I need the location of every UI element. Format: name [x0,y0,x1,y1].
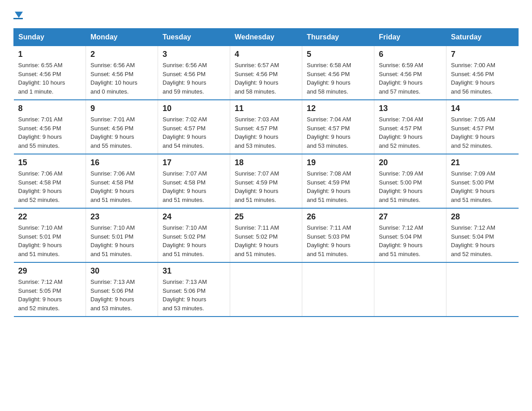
week-row-4: 22 Sunrise: 7:10 AMSunset: 5:01 PMDaylig… [14,208,519,262]
day-number: 9 [90,104,153,113]
day-info: Sunrise: 7:10 AMSunset: 5:01 PMDaylight:… [90,223,153,258]
day-number: 26 [307,212,369,222]
calendar-cell: 4 Sunrise: 6:57 AMSunset: 4:56 PMDayligh… [230,46,302,100]
calendar-cell: 12 Sunrise: 7:04 AMSunset: 4:57 PMDaylig… [302,100,374,154]
day-info: Sunrise: 7:09 AMSunset: 5:00 PMDaylight:… [379,169,442,204]
calendar-cell: 18 Sunrise: 7:07 AMSunset: 4:59 PMDaylig… [230,154,302,208]
calendar-cell [446,262,519,317]
day-info: Sunrise: 7:02 AMSunset: 4:57 PMDaylight:… [163,115,225,150]
day-number: 16 [90,158,153,167]
calendar-cell: 14 Sunrise: 7:05 AMSunset: 4:57 PMDaylig… [446,100,519,154]
day-number: 30 [90,266,153,276]
day-number: 24 [163,212,225,222]
week-row-1: 1 Sunrise: 6:55 AMSunset: 4:56 PMDayligh… [14,46,519,100]
calendar-cell: 6 Sunrise: 6:59 AMSunset: 4:56 PMDayligh… [374,46,446,100]
column-header-sunday: Sunday [14,29,86,46]
calendar-cell: 15 Sunrise: 7:06 AMSunset: 4:58 PMDaylig… [14,154,86,208]
day-info: Sunrise: 7:08 AMSunset: 4:59 PMDaylight:… [307,169,369,204]
day-info: Sunrise: 6:59 AMSunset: 4:56 PMDaylight:… [379,61,442,96]
day-info: Sunrise: 7:01 AMSunset: 4:56 PMDaylight:… [90,115,153,150]
calendar-cell: 11 Sunrise: 7:03 AMSunset: 4:57 PMDaylig… [230,100,302,154]
day-number: 27 [379,212,442,222]
day-number: 13 [379,104,442,113]
calendar-cell: 19 Sunrise: 7:08 AMSunset: 4:59 PMDaylig… [302,154,374,208]
calendar-cell [302,262,374,317]
day-info: Sunrise: 7:13 AMSunset: 5:06 PMDaylight:… [90,278,153,313]
day-info: Sunrise: 7:09 AMSunset: 5:00 PMDaylight:… [451,169,514,204]
calendar-cell: 21 Sunrise: 7:09 AMSunset: 5:00 PMDaylig… [446,154,519,208]
page-header [13,9,519,19]
calendar-cell: 9 Sunrise: 7:01 AMSunset: 4:56 PMDayligh… [86,100,158,154]
column-header-tuesday: Tuesday [158,29,230,46]
day-number: 8 [18,104,82,113]
calendar-cell: 13 Sunrise: 7:04 AMSunset: 4:57 PMDaylig… [374,100,446,154]
calendar-cell: 3 Sunrise: 6:56 AMSunset: 4:56 PMDayligh… [158,46,230,100]
day-number: 19 [307,158,369,167]
day-number: 28 [451,212,514,222]
day-info: Sunrise: 7:05 AMSunset: 4:57 PMDaylight:… [451,115,514,150]
day-info: Sunrise: 7:04 AMSunset: 4:57 PMDaylight:… [379,115,442,150]
day-number: 7 [451,50,514,59]
calendar-cell: 23 Sunrise: 7:10 AMSunset: 5:01 PMDaylig… [86,208,158,262]
day-info: Sunrise: 7:11 AMSunset: 5:03 PMDaylight:… [307,223,369,258]
day-info: Sunrise: 7:13 AMSunset: 5:06 PMDaylight:… [163,278,225,313]
day-number: 1 [18,50,82,59]
day-number: 29 [18,266,82,276]
day-number: 4 [235,50,297,59]
day-number: 12 [307,104,369,113]
calendar-cell: 29 Sunrise: 7:12 AMSunset: 5:05 PMDaylig… [14,262,86,317]
day-info: Sunrise: 7:06 AMSunset: 4:58 PMDaylight:… [18,169,82,204]
day-number: 23 [90,212,153,222]
day-info: Sunrise: 6:55 AMSunset: 4:56 PMDaylight:… [18,61,82,96]
calendar-cell: 8 Sunrise: 7:01 AMSunset: 4:56 PMDayligh… [14,100,86,154]
day-info: Sunrise: 7:00 AMSunset: 4:56 PMDaylight:… [451,61,514,96]
calendar-cell: 1 Sunrise: 6:55 AMSunset: 4:56 PMDayligh… [14,46,86,100]
column-header-monday: Monday [86,29,158,46]
day-info: Sunrise: 7:04 AMSunset: 4:57 PMDaylight:… [307,115,369,150]
day-info: Sunrise: 7:06 AMSunset: 4:58 PMDaylight:… [90,169,153,204]
day-info: Sunrise: 6:56 AMSunset: 4:56 PMDaylight:… [163,61,225,96]
calendar-cell: 31 Sunrise: 7:13 AMSunset: 5:06 PMDaylig… [158,262,230,317]
day-number: 18 [235,158,297,167]
calendar-cell: 25 Sunrise: 7:11 AMSunset: 5:02 PMDaylig… [230,208,302,262]
day-number: 22 [18,212,82,222]
day-number: 6 [379,50,442,59]
day-number: 3 [163,50,225,59]
day-info: Sunrise: 7:07 AMSunset: 4:59 PMDaylight:… [235,169,297,204]
day-number: 31 [163,266,225,276]
day-info: Sunrise: 7:11 AMSunset: 5:02 PMDaylight:… [235,223,297,258]
calendar-table: SundayMondayTuesdayWednesdayThursdayFrid… [13,28,519,317]
week-row-3: 15 Sunrise: 7:06 AMSunset: 4:58 PMDaylig… [14,154,519,208]
day-number: 17 [163,158,225,167]
week-row-5: 29 Sunrise: 7:12 AMSunset: 5:05 PMDaylig… [14,262,519,317]
day-info: Sunrise: 7:12 AMSunset: 5:04 PMDaylight:… [379,223,442,258]
calendar-cell: 16 Sunrise: 7:06 AMSunset: 4:58 PMDaylig… [86,154,158,208]
day-number: 10 [163,104,225,113]
calendar-cell: 26 Sunrise: 7:11 AMSunset: 5:03 PMDaylig… [302,208,374,262]
day-number: 14 [451,104,514,113]
calendar-cell: 28 Sunrise: 7:12 AMSunset: 5:04 PMDaylig… [446,208,519,262]
logo [13,9,23,19]
day-number: 5 [307,50,369,59]
day-number: 21 [451,158,514,167]
calendar-cell [230,262,302,317]
calendar-cell: 5 Sunrise: 6:58 AMSunset: 4:56 PMDayligh… [302,46,374,100]
logo-underline [13,18,23,19]
column-header-wednesday: Wednesday [230,29,302,46]
day-info: Sunrise: 7:10 AMSunset: 5:01 PMDaylight:… [18,223,82,258]
column-header-saturday: Saturday [446,29,519,46]
calendar-cell: 10 Sunrise: 7:02 AMSunset: 4:57 PMDaylig… [158,100,230,154]
column-header-thursday: Thursday [302,29,374,46]
calendar-cell: 2 Sunrise: 6:56 AMSunset: 4:56 PMDayligh… [86,46,158,100]
day-number: 2 [90,50,153,59]
column-header-friday: Friday [374,29,446,46]
day-info: Sunrise: 7:12 AMSunset: 5:05 PMDaylight:… [18,278,82,313]
day-info: Sunrise: 6:56 AMSunset: 4:56 PMDaylight:… [90,61,153,96]
calendar-cell: 7 Sunrise: 7:00 AMSunset: 4:56 PMDayligh… [446,46,519,100]
calendar-cell: 30 Sunrise: 7:13 AMSunset: 5:06 PMDaylig… [86,262,158,317]
calendar-cell: 17 Sunrise: 7:07 AMSunset: 4:58 PMDaylig… [158,154,230,208]
calendar-cell: 24 Sunrise: 7:10 AMSunset: 5:02 PMDaylig… [158,208,230,262]
calendar-cell: 22 Sunrise: 7:10 AMSunset: 5:01 PMDaylig… [14,208,86,262]
day-info: Sunrise: 6:57 AMSunset: 4:56 PMDaylight:… [235,61,297,96]
day-number: 15 [18,158,82,167]
